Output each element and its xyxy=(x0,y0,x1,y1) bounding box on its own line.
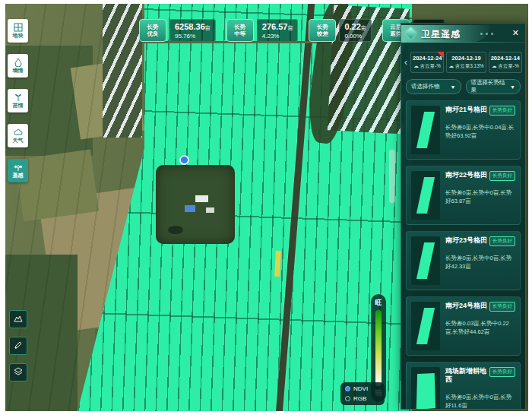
stat-group: 长势较差 0.22亩 0.00% xyxy=(309,19,371,42)
layer-option-label: NDVI xyxy=(353,385,368,392)
map-pond xyxy=(168,226,183,234)
field-thumbnail xyxy=(411,367,440,410)
panel-title: 卫星遥感 xyxy=(421,28,461,41)
legend-top-label: 旺 xyxy=(375,298,382,308)
date-card-3[interactable]: 2024-12-14 ☁ 含云量-% xyxy=(489,52,522,73)
sidebar-item-label: 遥感 xyxy=(13,173,24,179)
pencil-icon xyxy=(14,339,23,353)
field-description: 长势差0亩,长势中0亩,长势好42.33亩 xyxy=(445,254,515,271)
growth-status-badge: 长势良好 xyxy=(489,106,515,116)
date-card-1[interactable]: 2024-12-24 ☁ 含云量-% xyxy=(410,52,444,73)
stat-group: 长势优良 6258.36亩 95.76% xyxy=(139,19,216,42)
field-card[interactable]: 鸡场新增耕地西 长势良好 长势差0亩,长势中0亩,长势好11.6亩 xyxy=(406,362,521,410)
crop-select[interactable]: 请选择作物 ▼ xyxy=(406,79,461,94)
field-shape-icon xyxy=(416,373,435,410)
layers-icon xyxy=(14,366,23,379)
field-thumbnail xyxy=(411,236,440,285)
stat-value: 6258.36亩 95.76% xyxy=(169,19,216,42)
stat-badge-poor: 长势较差 xyxy=(309,19,336,42)
field-shape-icon xyxy=(416,177,435,214)
cloud-icon: ☁ xyxy=(448,63,454,68)
panel-header: 卫星遥感 ✕ xyxy=(401,24,525,46)
terrain-tool-button[interactable] xyxy=(9,310,27,328)
layer-switch: NDVI RGB xyxy=(340,382,385,405)
radio-selected-icon xyxy=(345,386,350,391)
map-road-label xyxy=(389,150,395,203)
seedling-icon xyxy=(14,93,23,102)
cloud-icon: ☁ xyxy=(492,63,497,68)
growth-stats-bar: 长势优良 6258.36亩 95.76% 长势中等 276.57亩 4.23% … xyxy=(139,19,445,42)
field-card[interactable]: 南圩23号格田 长势良好 长势差0亩,长势中0亩,长势好42.33亩 xyxy=(406,231,521,290)
map-location-marker[interactable] xyxy=(179,155,189,165)
header-dots xyxy=(480,33,493,35)
field-thumbnail xyxy=(411,106,440,154)
satellite-map[interactable]: 地块 墒情 苗情 天气 遥感 长势优良 6258.36亩 95.76 xyxy=(5,4,528,411)
satellite-icon xyxy=(14,163,23,172)
map-village xyxy=(156,165,235,244)
field-card[interactable]: 南圩24号格田 长势良好 长势差0.03亩,长势中0.22亩,长势好44.62亩 xyxy=(406,296,521,356)
filter-row: 请选择作物 ▼ 请选择长势结果 ▼ xyxy=(401,78,525,100)
map-building xyxy=(206,207,214,213)
stat-value: 0.22亩 0.00% xyxy=(339,19,371,42)
field-card[interactable]: 南圩22号格田 长势良好 长势差0亩,长势中0亩,长势好63.87亩 xyxy=(406,166,521,225)
plots-icon xyxy=(14,23,23,32)
stat-value: 276.57亩 4.23% xyxy=(257,19,299,42)
growth-status-badge: 长势良好 xyxy=(489,171,515,181)
satellite-remote-sensing-panel: 卫星遥感 ✕ ‹ 2024-12-24 ☁ 含云量-% 2024-12-19 ☁… xyxy=(401,23,526,410)
legend-gradient-bar xyxy=(375,310,382,386)
growth-status-badge: 长势良好 xyxy=(489,236,515,246)
draw-tool-button[interactable] xyxy=(9,337,27,355)
new-tag-icon xyxy=(437,52,444,59)
map-toolbar xyxy=(9,310,27,382)
close-icon[interactable]: ✕ xyxy=(512,28,519,38)
sidebar-item-seedling[interactable]: 苗情 xyxy=(8,89,28,112)
droplet-icon xyxy=(14,58,23,67)
stat-badge-medium: 长势中等 xyxy=(226,19,254,42)
date-selector: ‹ 2024-12-24 ☁ 含云量-% 2024-12-19 ☁ 含云量3.1… xyxy=(401,46,525,78)
stat-badge-excellent: 长势优良 xyxy=(139,19,166,42)
chevron-right-icon[interactable]: › xyxy=(524,58,526,67)
caret-down-icon: ▼ xyxy=(451,84,456,90)
growth-status-badge: 长势良好 xyxy=(489,367,515,377)
sidebar-item-label: 天气 xyxy=(13,138,24,144)
map-greenhouses xyxy=(103,4,142,138)
sidebar-item-weather[interactable]: 天气 xyxy=(8,124,28,147)
layer-option-label: RGB xyxy=(353,395,366,402)
weather-cloud-icon xyxy=(14,128,23,137)
sidebar: 地块 墒情 苗情 天气 遥感 xyxy=(8,19,28,182)
map-building xyxy=(185,205,195,212)
layer-option-rgb[interactable]: RGB xyxy=(345,395,380,402)
field-description: 长势差0亩,长势中0.04亩,长势好63.92亩 xyxy=(445,123,515,140)
sidebar-item-label: 苗情 xyxy=(13,103,24,109)
stat-group: 长势中等 276.57亩 4.23% xyxy=(226,19,299,42)
field-shape-icon xyxy=(416,308,435,344)
header-divider xyxy=(401,42,525,43)
field-thumbnail xyxy=(411,302,440,350)
sidebar-item-label: 地块 xyxy=(13,33,24,39)
field-card[interactable]: 南圩21号格田 长势良好 长势差0亩,长势中0.04亩,长势好63.92亩 xyxy=(406,100,521,160)
date-card-2[interactable]: 2024-12-19 ☁ 含云量3.13% xyxy=(446,52,486,73)
chevron-left-icon[interactable]: ‹ xyxy=(404,58,408,67)
cloud-icon: ☁ xyxy=(413,63,419,68)
terrain-icon xyxy=(14,312,23,326)
growth-result-select[interactable]: 请选择长势结果 ▼ xyxy=(466,79,521,94)
field-description: 长势差0亩,长势中0亩,长势好11.6亩 xyxy=(445,393,515,410)
sidebar-item-soil-moisture[interactable]: 墒情 xyxy=(8,54,28,78)
field-description: 长势差0亩,长势中0亩,长势好63.87亩 xyxy=(445,188,515,205)
caret-down-icon: ▼ xyxy=(510,84,515,90)
field-list: 南圩21号格田 长势良好 长势差0亩,长势中0.04亩,长势好63.92亩 南圩… xyxy=(401,100,525,410)
map-building xyxy=(195,195,208,202)
field-description: 长势差0.03亩,长势中0.22亩,长势好44.62亩 xyxy=(445,319,515,336)
sidebar-item-remote-sensing[interactable]: 遥感 xyxy=(8,159,28,182)
field-thumbnail xyxy=(411,171,440,220)
growth-status-badge: 长势良好 xyxy=(489,302,515,312)
sidebar-item-label: 墒情 xyxy=(13,68,24,74)
field-shape-icon xyxy=(416,112,435,148)
sidebar-item-plots[interactable]: 地块 xyxy=(8,19,28,43)
radio-unselected-icon xyxy=(345,396,350,401)
field-shape-icon xyxy=(416,242,435,279)
layer-option-ndvi[interactable]: NDVI xyxy=(345,385,380,392)
layers-tool-button[interactable] xyxy=(9,363,27,382)
